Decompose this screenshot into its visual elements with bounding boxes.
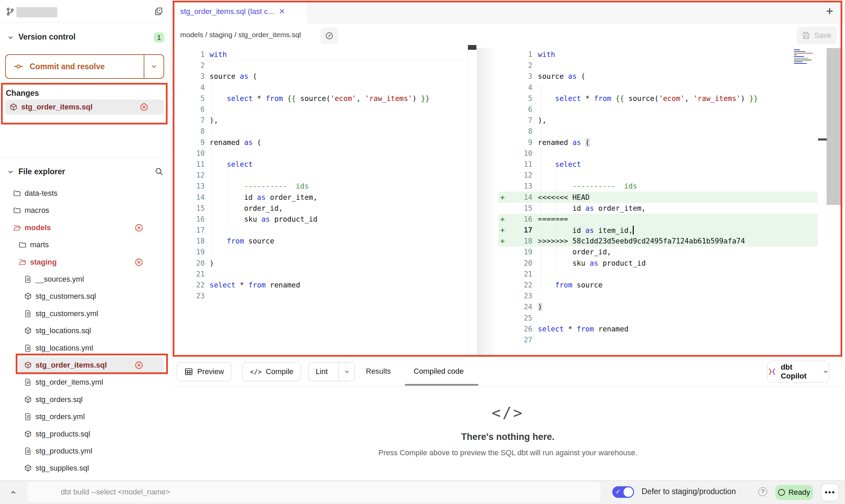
code-line: 6 bbox=[173, 104, 468, 115]
active-tab-underline bbox=[405, 384, 478, 386]
diff-scroll-marker bbox=[468, 45, 476, 50]
discard-change-icon[interactable] bbox=[134, 223, 143, 232]
file-item-stg-customers-sql[interactable]: stg_customers.sql bbox=[0, 289, 171, 303]
minimap[interactable] bbox=[794, 48, 816, 71]
changes-count-badge: 1 bbox=[154, 32, 164, 43]
editor-scrollbar[interactable] bbox=[827, 48, 842, 205]
code-line: 1with bbox=[498, 49, 818, 60]
sidebar: Version control 1 Commit and resolve Cha… bbox=[0, 0, 171, 480]
folder-icon bbox=[13, 206, 21, 214]
file-item---sources-yml[interactable]: __sources.yml bbox=[0, 272, 171, 286]
code-line: 26select * from renamed bbox=[498, 324, 818, 335]
file-item-label: stg_customers.sql bbox=[35, 292, 96, 301]
folder-icon bbox=[13, 189, 21, 197]
compile-button[interactable]: </> Compile bbox=[242, 362, 301, 381]
lineage-icon[interactable] bbox=[320, 27, 339, 44]
file-item-stg-supplies-sql[interactable]: stg_supplies.sql bbox=[0, 461, 171, 475]
file-icon bbox=[24, 344, 32, 352]
folder-open-icon bbox=[18, 258, 27, 266]
file-item-label: models bbox=[25, 223, 51, 232]
lint-button[interactable]: Lint bbox=[309, 362, 355, 381]
more-options-button[interactable]: ••• bbox=[821, 484, 839, 501]
file-explorer-chevron-icon[interactable] bbox=[7, 168, 14, 176]
file-item-stg-orders-sql[interactable]: stg_orders.sql bbox=[0, 392, 171, 407]
expand-panel-icon[interactable] bbox=[9, 489, 18, 496]
file-item-stg-order-items-sql[interactable]: stg_order_items.sql bbox=[0, 358, 171, 372]
discard-change-icon[interactable] bbox=[134, 258, 143, 267]
file-item-stg-orders-yml[interactable]: stg_orders.yml bbox=[0, 410, 171, 424]
code-line: 3source as ( bbox=[173, 71, 468, 82]
discard-change-icon[interactable] bbox=[134, 361, 143, 370]
code-icon: </> bbox=[250, 368, 261, 375]
lint-label: Lint bbox=[309, 362, 334, 381]
file-explorer-header: File explorer bbox=[0, 164, 171, 179]
tab-close-icon[interactable]: ✕ bbox=[279, 7, 285, 16]
code-line: 11 select bbox=[173, 159, 468, 170]
file-item-label: marts bbox=[30, 240, 49, 249]
check-icon: ✓ bbox=[615, 488, 621, 495]
lint-dropdown-button[interactable] bbox=[339, 362, 355, 381]
file-icon bbox=[24, 378, 32, 386]
changed-file-name: stg_order_items.sql bbox=[21, 103, 92, 112]
file-item-marts[interactable]: marts bbox=[0, 238, 171, 252]
code-line: 22select * from renamed bbox=[173, 280, 468, 291]
file-item-stg-customers-yml[interactable]: stg_customers.yml bbox=[0, 307, 171, 321]
tab-compiled-code[interactable]: Compiled code bbox=[414, 357, 464, 386]
dbt-copilot-button[interactable]: dbt Copilot bbox=[767, 361, 829, 383]
results-panel: </> There's nothing here. Press Compile … bbox=[171, 386, 845, 480]
code-line-added: +16======= bbox=[498, 214, 818, 225]
git-branch-icon[interactable] bbox=[6, 7, 15, 16]
tab-results[interactable]: Results bbox=[366, 357, 391, 386]
copy-icon[interactable] bbox=[154, 7, 163, 16]
file-item-label: macros bbox=[25, 206, 49, 215]
file-item-stg-products-yml[interactable]: stg_products.yml bbox=[0, 444, 171, 458]
file-item-label: stg_locations.sql bbox=[35, 326, 91, 335]
file-item-stg-locations-yml[interactable]: stg_locations.yml bbox=[0, 341, 171, 355]
file-item-label: stg_supplies.sql bbox=[35, 464, 89, 473]
code-line: 7), bbox=[173, 115, 468, 126]
version-control-chevron-icon[interactable] bbox=[7, 34, 14, 41]
file-item-macros[interactable]: macros bbox=[0, 203, 171, 218]
compile-label: Compile bbox=[266, 367, 293, 376]
code-line: 4 bbox=[173, 82, 468, 93]
changed-file-row[interactable]: stg_order_items.sql bbox=[5, 100, 164, 115]
code-line: 5 select * from {{ source('ecom', 'raw_i… bbox=[498, 93, 818, 104]
preview-button[interactable]: Preview bbox=[177, 362, 231, 381]
commit-and-resolve-button[interactable]: Commit and resolve bbox=[5, 54, 164, 79]
status-badge-ready[interactable]: Ready bbox=[775, 485, 813, 500]
sidebar-divider bbox=[0, 158, 171, 158]
commit-dropdown-button[interactable] bbox=[144, 55, 163, 78]
file-item-models[interactable]: models bbox=[0, 221, 171, 235]
branch-name-redacted bbox=[16, 7, 57, 17]
pane-divider[interactable] bbox=[468, 48, 468, 357]
empty-state-title: There's nothing here. bbox=[171, 432, 845, 442]
code-line: 20 sku as product_id bbox=[498, 258, 818, 269]
save-button[interactable]: Save bbox=[797, 27, 837, 44]
code-line: 8 bbox=[173, 126, 468, 137]
code-pane-current[interactable]: 1with23source as (45 select * from {{ so… bbox=[498, 48, 818, 357]
dbt-ide-window: Version control 1 Commit and resolve Cha… bbox=[0, 0, 845, 504]
code-pane-original[interactable]: 1with23source as (45 select * from {{ so… bbox=[173, 48, 468, 357]
file-item-stg-locations-sql[interactable]: stg_locations.sql bbox=[0, 324, 171, 338]
new-tab-button[interactable]: + bbox=[822, 3, 837, 19]
model-icon bbox=[24, 292, 32, 300]
code-line: 6 bbox=[498, 104, 818, 115]
search-icon[interactable] bbox=[154, 167, 164, 176]
file-item-staging[interactable]: staging bbox=[0, 255, 171, 269]
file-item-data-tests[interactable]: data-tests bbox=[0, 186, 171, 201]
indent-guide bbox=[556, 170, 557, 269]
file-item-label: stg_customers.yml bbox=[35, 309, 98, 318]
code-line: 2 bbox=[498, 60, 818, 71]
file-item-label: stg_locations.yml bbox=[35, 344, 93, 353]
discard-change-icon[interactable] bbox=[140, 103, 148, 112]
tab-stg-order-items[interactable]: stg_order_items.sql (last c... ✕ bbox=[173, 0, 308, 23]
code-line: 20) bbox=[173, 258, 468, 269]
help-icon[interactable]: ? bbox=[758, 487, 767, 496]
command-input[interactable]: dbt build --select <model_name> bbox=[27, 482, 601, 502]
file-item-stg-products-sql[interactable]: stg_products.sql bbox=[0, 427, 171, 441]
command-placeholder: dbt build --select <model_name> bbox=[61, 488, 170, 496]
file-item-stg-order-items-yml[interactable]: stg_order_items.yml bbox=[0, 375, 171, 389]
toolbar-separator bbox=[345, 357, 346, 386]
code-line: 5 select * from {{ source('ecom', 'raw_i… bbox=[173, 93, 468, 104]
defer-toggle[interactable]: ✓ bbox=[612, 486, 634, 498]
